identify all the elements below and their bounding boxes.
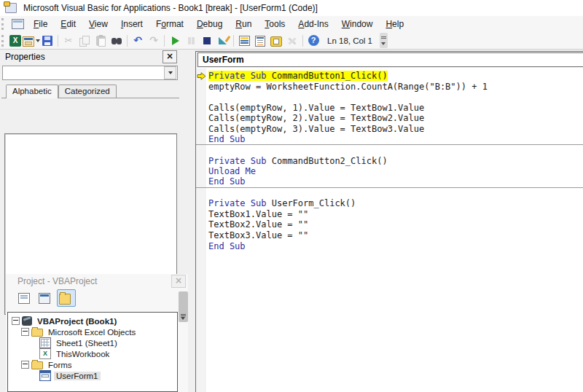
view-code-button[interactable] <box>16 289 35 307</box>
code-window: UserForm Private Sub CommandButton1_Clic… <box>195 51 583 392</box>
menu-item-window[interactable]: Window <box>335 17 380 31</box>
project-toolbar-overflow-button[interactable] <box>179 291 188 322</box>
find-button[interactable] <box>109 34 125 48</box>
copy-button[interactable] <box>77 34 93 48</box>
code-editor[interactable]: Private Sub CommandButton1_Click()emptyR… <box>196 68 583 392</box>
reset-button[interactable] <box>199 34 215 48</box>
current-statement-highlight: Private Sub CommandButton1_Click() <box>208 71 388 81</box>
title-bar[interactable]: Microsoft Visual Basic for Applications … <box>0 0 583 17</box>
code-line[interactable]: End Sub <box>196 241 583 252</box>
expander-minus-icon[interactable] <box>12 317 20 325</box>
undo-button[interactable] <box>130 34 146 48</box>
tab-categorized[interactable]: Categorized <box>58 85 117 98</box>
toolbox-button[interactable] <box>284 34 300 48</box>
standard-toolbar: Ln 18, Col 1 <box>0 32 583 50</box>
code-text: emptyRow = WorksheetFunction.CountA(Rang… <box>208 82 488 92</box>
code-text: Calls(emptyRow, 1).Value = TextBow1.Valu… <box>208 103 424 113</box>
code-text: Unload Me <box>208 166 256 176</box>
menu-item-view[interactable]: View <box>82 17 114 31</box>
execution-point-arrow-icon <box>197 72 206 80</box>
menu-item-help[interactable]: Help <box>379 17 410 31</box>
vba-editor-window: Microsoft Visual Basic for Applications … <box>0 0 583 392</box>
code-text: TextBox2.Value = "" <box>208 219 308 230</box>
design-mode-button[interactable] <box>215 34 231 48</box>
undo-icon <box>132 35 144 47</box>
project-explorer-button[interactable] <box>236 34 252 48</box>
view-object-button[interactable] <box>36 289 55 307</box>
menu-item-file[interactable]: File <box>27 17 54 31</box>
menu-item-tools[interactable]: Tools <box>258 17 292 31</box>
menu-item-edit[interactable]: Edit <box>54 17 82 31</box>
menu-item-debug[interactable]: Debug <box>190 17 229 31</box>
properties-window-button[interactable] <box>252 34 268 48</box>
code-line[interactable]: Private Sub UserForm_Click() <box>196 198 583 209</box>
toggle-folders-button[interactable] <box>57 289 76 307</box>
help-icon <box>308 35 319 46</box>
code-line[interactable]: TextBox1.Value = "" <box>196 209 583 220</box>
tree-item-sheet1-sheet1[interactable]: Sheet1 (Sheet1) <box>8 337 177 348</box>
menu-item-format[interactable]: Format <box>149 17 190 31</box>
code-text: End Sub <box>208 241 246 251</box>
code-line[interactable]: End Sub <box>196 135 583 146</box>
help-button[interactable] <box>305 34 321 48</box>
code-line[interactable]: Private Sub CommandButton1_Click() <box>196 71 583 82</box>
toolbox-icon <box>286 35 298 47</box>
redo-button[interactable] <box>146 34 162 48</box>
break-button[interactable] <box>183 34 199 48</box>
paste-icon <box>96 36 106 46</box>
menu-bar-grip[interactable] <box>1 18 7 30</box>
project-close-button[interactable]: × <box>171 275 186 288</box>
app-icon <box>5 3 17 13</box>
properties-object-dropdown[interactable] <box>2 66 178 80</box>
code-line[interactable] <box>196 92 583 103</box>
tree-item-userform1[interactable]: UserForm1 <box>8 370 177 381</box>
view-excel-button[interactable] <box>7 34 23 48</box>
code-text: Calls(emptyRow, 2).Value = TextBow2.Valu… <box>208 113 424 123</box>
properties-window-icon <box>255 36 265 47</box>
object-browser-button[interactable] <box>268 34 284 48</box>
tree-item-vbaproject-book1[interactable]: VBAProject (Book1) <box>8 315 177 326</box>
code-text: UserForm_Click() <box>272 198 356 208</box>
menu-item-run[interactable]: Run <box>229 17 258 31</box>
toolbar-separator <box>58 35 58 47</box>
tree-item-label: VBAProject (Book1) <box>35 317 119 326</box>
mdi-child-system-icon[interactable] <box>12 19 24 29</box>
folder-icon <box>31 361 43 369</box>
code-line[interactable] <box>196 145 583 156</box>
menu-item-add-ins[interactable]: Add-Ins <box>292 17 334 31</box>
expander-minus-icon[interactable] <box>21 328 29 336</box>
toolbar-overflow-button[interactable] <box>380 33 388 48</box>
run-icon <box>169 35 181 47</box>
code-line[interactable] <box>196 188 583 199</box>
tree-item-microsoft-excel-objects[interactable]: Microsoft Excel Objects <box>8 326 177 337</box>
code-line[interactable]: Private Sub CommandButton2_Click() <box>196 156 583 167</box>
code-line[interactable]: End Sub <box>196 177 583 188</box>
code-line[interactable]: Calls(emptyRow, 1).Value = TextBow1.Valu… <box>196 103 583 114</box>
code-text: CommandButton2_Click() <box>272 156 388 166</box>
properties-close-button[interactable]: × <box>163 50 177 63</box>
save-button[interactable] <box>39 34 55 48</box>
code-line[interactable]: TextBox3.Value = "" <box>196 230 583 241</box>
project-panel-titlebar[interactable]: Project - VBAProject × <box>6 274 188 289</box>
code-line[interactable]: Calls(emptyRow, 3).Value = TextBow3.Valu… <box>196 124 583 135</box>
code-text: TextBox3.Value = "" <box>208 230 308 240</box>
tree-item-thisworkbook[interactable]: ThisWorkbook <box>8 348 177 359</box>
cut-button[interactable] <box>60 34 77 48</box>
code-line[interactable]: Calls(emptyRow, 2).Value = TextBow2.Valu… <box>196 113 583 124</box>
expander-minus-icon[interactable] <box>21 361 29 369</box>
dropdown-arrow-icon[interactable] <box>164 66 176 79</box>
paste-button[interactable] <box>93 34 109 48</box>
view-excel-icon <box>9 35 21 47</box>
object-dropdown[interactable]: UserForm <box>197 52 583 67</box>
toolbar-grip[interactable] <box>1 35 7 47</box>
tree-item-forms[interactable]: Forms <box>8 359 177 370</box>
insert-userform-button[interactable] <box>23 34 39 48</box>
menu-item-insert[interactable]: Insert <box>114 17 149 31</box>
tab-alphabetic[interactable]: Alphabetic <box>6 85 58 98</box>
tree-item-label: Microsoft Excel Objects <box>46 328 138 337</box>
code-line[interactable]: emptyRow = WorksheetFunction.CountA(Rang… <box>196 82 583 93</box>
code-line[interactable]: TextBox2.Value = "" <box>196 219 583 230</box>
code-line[interactable]: Unload Me <box>196 166 583 177</box>
run-button[interactable] <box>167 34 183 48</box>
properties-panel-titlebar[interactable]: Properties × <box>1 50 179 64</box>
